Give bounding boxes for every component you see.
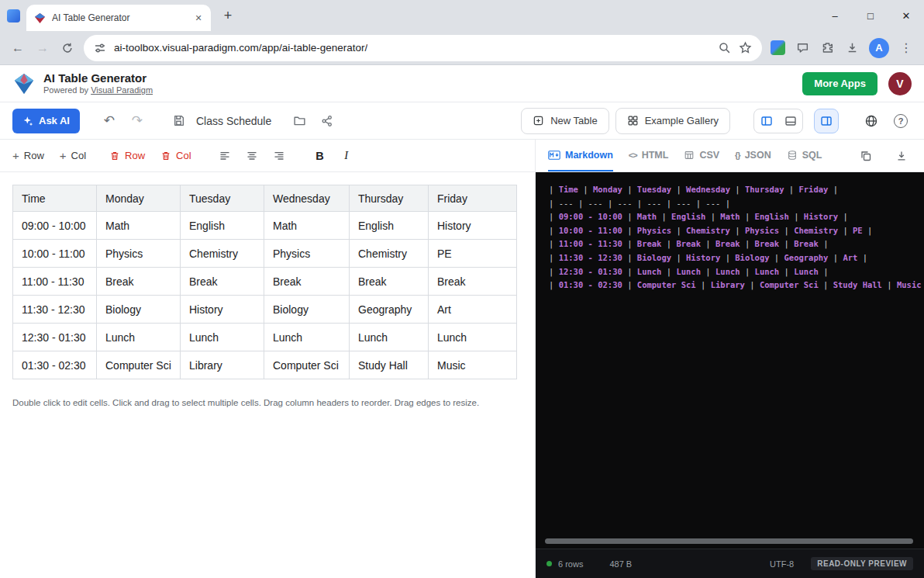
table-cell[interactable]: Biology [97, 296, 181, 324]
toggle-preview-panel-button[interactable] [814, 109, 839, 133]
add-row-button[interactable]: + Row [12, 150, 44, 161]
delete-row-button[interactable]: Row [109, 150, 145, 161]
table-cell[interactable]: 09:00 - 10:00 [13, 212, 97, 240]
save-icon[interactable] [168, 110, 190, 132]
downloads-icon[interactable] [840, 36, 864, 60]
address-input[interactable]: ai-toolbox.visual-paradigm.com/app/ai-ta… [84, 35, 762, 61]
bookmark-star-icon[interactable] [739, 41, 752, 54]
align-left-icon[interactable] [215, 146, 235, 166]
align-right-icon[interactable] [269, 146, 289, 166]
extension-icon[interactable] [771, 40, 785, 55]
table-cell[interactable]: English [181, 212, 264, 240]
align-center-icon[interactable] [242, 146, 262, 166]
layout-split-bottom-icon[interactable] [778, 109, 802, 133]
table-cell[interactable]: Computer Sci [97, 351, 181, 379]
table-cell[interactable]: Lunch [97, 324, 181, 351]
reload-button[interactable] [56, 36, 79, 60]
add-col-button[interactable]: + Col [60, 150, 86, 161]
tab-html[interactable]: <> HTML [629, 140, 669, 171]
menu-kebab-icon[interactable]: ⋮ [895, 36, 918, 60]
profile-avatar[interactable]: A [869, 38, 889, 58]
delete-col-button[interactable]: Col [160, 150, 191, 161]
minimize-button[interactable]: – [817, 0, 853, 31]
table-cell[interactable]: English [350, 212, 429, 240]
table-cell[interactable]: 11:30 - 12:30 [13, 296, 97, 324]
table-cell[interactable]: Break [429, 268, 517, 296]
user-avatar[interactable]: V [888, 72, 912, 95]
table-cell[interactable]: Math [97, 212, 181, 240]
table-cell[interactable]: Biology [264, 296, 350, 324]
tab-sql[interactable]: SQL [787, 140, 822, 171]
table-cell[interactable]: Break [97, 268, 181, 296]
table-cell[interactable]: Lunch [181, 324, 264, 351]
back-button[interactable]: ← [6, 36, 29, 60]
site-info-icon[interactable] [94, 42, 106, 54]
markdown-code[interactable]: | Time | Monday | Tuesday | Wednesday | … [536, 172, 924, 549]
table-cell[interactable]: Music [429, 351, 517, 379]
preview-status-bar: 6 rows 487 B UTF-8 READ-ONLY PREVIEW [536, 549, 924, 578]
bold-button[interactable]: B [311, 150, 329, 162]
new-table-button[interactable]: New Table [521, 108, 609, 134]
window-app-icon[interactable] [7, 9, 20, 22]
redo-icon[interactable]: ↷ [126, 110, 148, 132]
help-icon[interactable]: ? [890, 110, 912, 132]
table-cell[interactable]: Break [350, 268, 429, 296]
more-apps-button[interactable]: More Apps [802, 72, 877, 95]
visual-paradigm-link[interactable]: Visual Paradigm [91, 85, 153, 95]
table-column-header[interactable]: Monday [97, 185, 181, 212]
maximize-button[interactable]: □ [853, 0, 888, 31]
undo-icon[interactable]: ↶ [98, 110, 120, 132]
table-cell[interactable]: 12:30 - 01:30 [13, 324, 97, 351]
copy-code-icon[interactable] [856, 146, 876, 166]
share-icon[interactable] [316, 110, 338, 132]
table-cell[interactable]: Math [264, 212, 350, 240]
zoom-icon[interactable] [718, 41, 731, 54]
table-column-header[interactable]: Time [13, 185, 97, 212]
table-cell[interactable]: Lunch [264, 324, 350, 351]
tab-json[interactable]: {} JSON [735, 140, 771, 171]
table-cell[interactable]: History [181, 296, 264, 324]
language-globe-icon[interactable] [860, 110, 882, 132]
table-cell[interactable]: 11:00 - 11:30 [13, 268, 97, 296]
tab-close-icon[interactable]: ✕ [192, 12, 205, 24]
table-cell[interactable]: 01:30 - 02:30 [13, 351, 97, 379]
ask-ai-button[interactable]: Ask AI [12, 109, 80, 133]
italic-button[interactable]: I [337, 149, 356, 162]
close-window-button[interactable]: ✕ [888, 0, 924, 31]
table-cell[interactable]: Physics [264, 240, 350, 268]
layout-split-left-icon[interactable] [754, 109, 778, 133]
new-tab-button[interactable]: + [217, 5, 239, 26]
open-folder-icon[interactable] [288, 110, 310, 132]
table-cell[interactable]: Lunch [429, 324, 517, 351]
table-row: 11:00 - 11:30BreakBreakBreakBreakBreak [13, 268, 517, 296]
tab-csv[interactable]: CSV [684, 140, 719, 171]
table-cell[interactable]: PE [429, 240, 517, 268]
extensions-puzzle-icon[interactable] [815, 36, 839, 60]
forward-button[interactable]: → [31, 36, 54, 60]
table-cell[interactable]: Lunch [350, 324, 429, 351]
table-cell[interactable]: Chemistry [350, 240, 429, 268]
table-column-header[interactable]: Thursday [350, 185, 429, 212]
horizontal-scrollbar[interactable] [545, 538, 913, 544]
table-column-header[interactable]: Tuesday [181, 185, 264, 212]
tab-markdown[interactable]: Markdown [548, 140, 613, 171]
table-column-header[interactable]: Wednesday [264, 185, 350, 212]
table-cell[interactable]: Library [181, 351, 264, 379]
table-column-header[interactable]: Friday [429, 185, 517, 212]
example-gallery-button[interactable]: Example Gallery [615, 108, 730, 134]
table-cell[interactable]: Physics [97, 240, 181, 268]
table-cell[interactable]: History [429, 212, 517, 240]
browser-tab[interactable]: AI Table Generator ✕ [26, 5, 211, 31]
comment-icon[interactable] [791, 36, 814, 60]
table-cell[interactable]: Computer Sci [264, 351, 350, 379]
table-cell[interactable]: Geography [350, 296, 429, 324]
table-cell[interactable]: Break [181, 268, 264, 296]
table-cell[interactable]: 10:00 - 11:00 [13, 240, 97, 268]
document-name[interactable]: Class Schedule [196, 115, 271, 127]
table-cell[interactable]: Art [429, 296, 517, 324]
table-cell[interactable]: Break [264, 268, 350, 296]
download-code-icon[interactable] [891, 146, 912, 166]
table-cell[interactable]: Chemistry [181, 240, 264, 268]
gallery-grid-icon [627, 115, 639, 126]
table-cell[interactable]: Study Hall [350, 351, 429, 379]
